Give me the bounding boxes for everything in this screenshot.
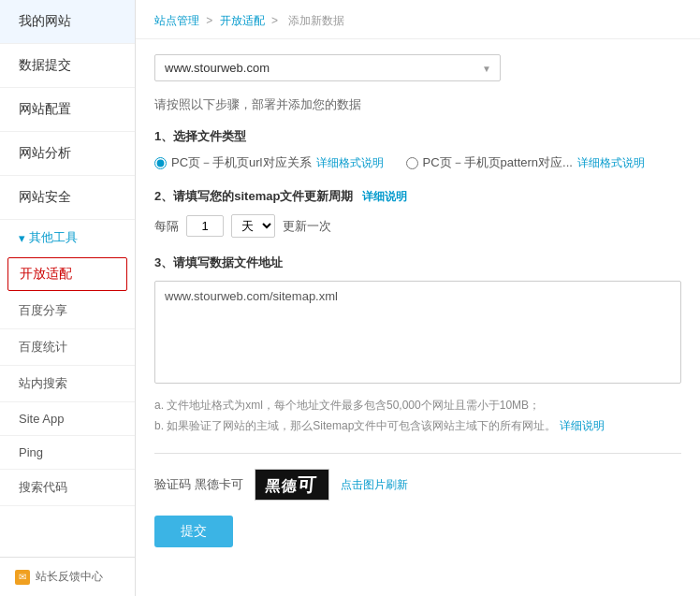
domain-select[interactable]: www.stourweb.com bbox=[154, 54, 501, 81]
breadcrumb-site-manage[interactable]: 站点管理 bbox=[154, 14, 199, 27]
radio-option1[interactable]: PC页－手机页url对应关系 详细格式说明 bbox=[154, 154, 384, 171]
sidebar: 我的网站 数据提交 网站配置 网站分析 网站安全 ▾ 其他工具 开放适配 百度分… bbox=[0, 0, 136, 596]
sidebar-item-site-config[interactable]: 网站配置 bbox=[0, 88, 135, 132]
sidebar-item-open-adapt[interactable]: 开放适配 bbox=[7, 257, 127, 291]
period-suffix: 更新一次 bbox=[283, 218, 331, 235]
note-b: b. 如果验证了网站的主域，那么Sitemap文件中可包含该网站主域下的所有网址… bbox=[154, 416, 681, 437]
radio-opt2-label: PC页－手机页pattern对应... bbox=[423, 154, 573, 171]
sidebar-item-baidu-share[interactable]: 百度分享 bbox=[0, 293, 135, 329]
sidebar-item-site-app[interactable]: Site App bbox=[0, 402, 135, 436]
breadcrumb-sep2: > bbox=[271, 14, 281, 27]
sidebar-item-site-analysis[interactable]: 网站分析 bbox=[0, 132, 135, 176]
sidebar-item-site-search[interactable]: 站内搜索 bbox=[0, 366, 135, 402]
sidebar-item-baidu-stats[interactable]: 百度统计 bbox=[0, 329, 135, 366]
captcha-image[interactable]: 黑德可 bbox=[255, 469, 329, 501]
period-row: 每隔 天周月 更新一次 bbox=[154, 214, 681, 238]
domain-selector-wrap: www.stourweb.com bbox=[154, 54, 681, 81]
sidebar-item-site-security[interactable]: 网站安全 bbox=[0, 176, 135, 220]
sidebar-item-search-code[interactable]: 搜索代码 bbox=[0, 470, 135, 506]
content-area: www.stourweb.com 请按照以下步骤，部署并添加您的数据 1、选择文… bbox=[136, 39, 700, 596]
step1-title: 1、选择文件类型 bbox=[154, 128, 681, 145]
step3-title: 3、请填写数据文件地址 bbox=[154, 254, 681, 271]
captcha-refresh-link[interactable]: 点击图片刷新 bbox=[341, 477, 408, 493]
note-b-link[interactable]: 详细说明 bbox=[560, 419, 605, 432]
domain-select-container: www.stourweb.com bbox=[154, 54, 501, 81]
breadcrumb: 站点管理 > 开放适配 > 添加新数据 bbox=[136, 0, 700, 39]
file-url-textarea[interactable]: www.stourweb.com/sitemap.xml bbox=[154, 281, 681, 384]
captcha-display-text: 黑德可 bbox=[265, 472, 318, 498]
radio-input-opt1[interactable] bbox=[154, 157, 167, 169]
note-a: a. 文件地址格式为xml，每个地址文件最多包含50,000个网址且需小于10M… bbox=[154, 396, 681, 416]
radio-option2[interactable]: PC页－手机页pattern对应... 详细格式说明 bbox=[406, 154, 645, 171]
divider bbox=[154, 453, 681, 454]
breadcrumb-sep1: > bbox=[206, 14, 215, 27]
captcha-label: 验证码 黑德卡可 bbox=[154, 476, 243, 493]
submit-button[interactable]: 提交 bbox=[154, 516, 233, 547]
main-content: 站点管理 > 开放适配 > 添加新数据 www.stourweb.com 请按照… bbox=[136, 0, 700, 596]
sidebar-section-other-tools[interactable]: ▾ 其他工具 bbox=[0, 220, 135, 255]
feedback-icon: ✉ bbox=[15, 570, 30, 585]
step2-detail-link[interactable]: 详细说明 bbox=[362, 190, 407, 203]
notes-area: a. 文件地址格式为xml，每个地址文件最多包含50,000个网址且需小于10M… bbox=[154, 396, 681, 436]
sidebar-footer-feedback[interactable]: ✉ 站长反馈中心 bbox=[0, 557, 135, 596]
radio-opt1-label: PC页－手机页url对应关系 bbox=[171, 154, 312, 171]
breadcrumb-open-adapt[interactable]: 开放适配 bbox=[220, 14, 265, 27]
opt2-detail-link[interactable]: 详细格式说明 bbox=[577, 155, 645, 171]
sidebar-item-data-submit[interactable]: 数据提交 bbox=[0, 44, 135, 88]
breadcrumb-current: 添加新数据 bbox=[288, 14, 344, 27]
period-input[interactable] bbox=[186, 215, 224, 237]
period-unit-select[interactable]: 天周月 bbox=[231, 214, 275, 238]
radio-input-opt2[interactable] bbox=[406, 157, 418, 169]
captcha-row: 验证码 黑德卡可 黑德可 点击图片刷新 bbox=[154, 469, 681, 501]
expand-icon: ▾ bbox=[19, 231, 25, 245]
opt1-detail-link[interactable]: 详细格式说明 bbox=[316, 155, 384, 171]
step2-title: 2、请填写您的sitemap文件更新周期 详细说明 bbox=[154, 188, 681, 205]
step2-section: 2、请填写您的sitemap文件更新周期 详细说明 每隔 天周月 更新一次 bbox=[154, 188, 681, 238]
instructions-text: 请按照以下步骤，部署并添加您的数据 bbox=[154, 96, 681, 113]
period-prefix: 每隔 bbox=[154, 218, 179, 235]
footer-label: 站长反馈中心 bbox=[36, 569, 103, 585]
sidebar-item-ping[interactable]: Ping bbox=[0, 436, 135, 470]
step1-radio-group: PC页－手机页url对应关系 详细格式说明 PC页－手机页pattern对应..… bbox=[154, 154, 681, 171]
sidebar-item-my-site[interactable]: 我的网站 bbox=[0, 0, 135, 44]
sidebar-item-label: 其他工具 bbox=[29, 229, 78, 246]
step1-section: 1、选择文件类型 PC页－手机页url对应关系 详细格式说明 PC页－手机页pa… bbox=[154, 128, 681, 171]
step3-section: 3、请填写数据文件地址 www.stourweb.com/sitemap.xml… bbox=[154, 254, 681, 436]
